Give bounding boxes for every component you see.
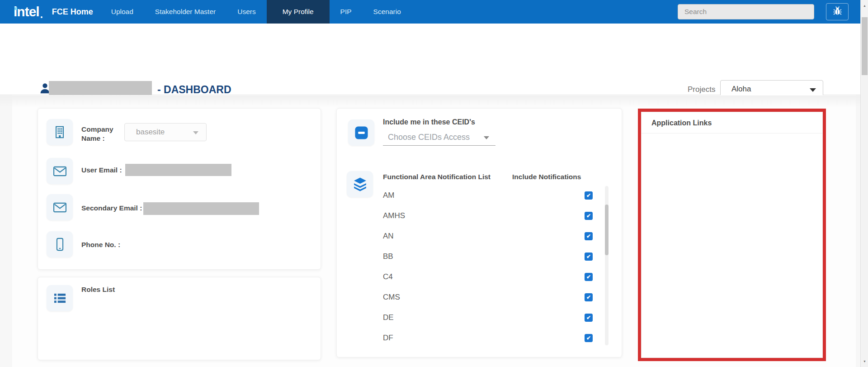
building-icon: [47, 119, 73, 145]
list-item: DF ✔: [383, 328, 593, 348]
ceid-access-dropdown[interactable]: Choose CEIDs Access: [383, 129, 495, 146]
include-notification-checkbox[interactable]: ✔: [585, 253, 593, 261]
browser-scrollbar-thumb[interactable]: [862, 17, 868, 75]
list-item-label: AMHS: [383, 211, 405, 220]
list-item-label: DF: [383, 334, 393, 343]
chevron-down-icon: [193, 131, 198, 134]
list-item: AN ✔: [383, 226, 593, 246]
list-icon: [47, 285, 73, 311]
company-selected-value: basesite: [136, 128, 165, 137]
chevron-down-icon: [484, 136, 489, 139]
browser-scrollbar[interactable]: ▲ ▼: [860, 0, 868, 367]
include-notification-checkbox[interactable]: ✔: [585, 314, 593, 322]
nav-tab-pip[interactable]: PIP: [330, 0, 363, 24]
checkbox-minus-icon: [348, 119, 374, 146]
top-navbar: intel FCE Home Upload Stakeholder Master…: [0, 0, 860, 24]
check-icon: ✔: [586, 274, 591, 280]
user-email-label: User Email :: [81, 166, 122, 175]
phone-label: Phone No. :: [81, 240, 120, 249]
functional-area-list-header: Functional Area Notification List: [383, 173, 491, 181]
mobile-phone-icon: [47, 231, 73, 257]
application-links-panel: Application Links: [641, 112, 823, 358]
list-item: DE ✔: [383, 307, 593, 328]
layers-icon: [347, 171, 373, 197]
check-icon: ✔: [586, 295, 591, 300]
company-name-dropdown[interactable]: basesite: [124, 123, 207, 141]
roles-list-card: [38, 277, 321, 360]
brand-fce-home[interactable]: FCE Home: [52, 7, 93, 17]
list-item-label: BB: [383, 252, 393, 261]
list-item-label: AM: [383, 191, 395, 200]
nav-tab-my-profile[interactable]: My Profile: [267, 0, 330, 24]
ceid-title: Include me in these CEID's: [383, 118, 475, 126]
intel-logo-dot: [14, 7, 17, 10]
include-notification-checkbox[interactable]: ✔: [585, 212, 593, 220]
check-icon: ✔: [586, 213, 591, 219]
check-icon: ✔: [586, 315, 591, 320]
report-bug-button[interactable]: [826, 3, 849, 20]
check-icon: ✔: [586, 234, 591, 239]
list-item: AM ✔: [383, 185, 593, 205]
list-item-label: AN: [383, 232, 394, 241]
check-icon: ✔: [586, 193, 591, 198]
scroll-down-arrow-icon[interactable]: ▼: [861, 357, 868, 365]
list-item: BB ✔: [383, 246, 593, 267]
nav-tabs: Upload Stakeholder Master Users My Profi…: [100, 0, 412, 24]
ceid-select-placeholder: Choose CEIDs Access: [388, 133, 470, 142]
list-item-label: C4: [383, 272, 393, 281]
nav-tab-stakeholder-master[interactable]: Stakeholder Master: [144, 0, 226, 24]
intel-logo-text: intel: [14, 4, 39, 19]
secondary-email-label: Secondary Email :: [81, 204, 142, 213]
envelope-icon: [47, 158, 73, 184]
intel-logo: intel: [14, 5, 39, 19]
include-notification-checkbox[interactable]: ✔: [585, 191, 593, 200]
include-notification-checkbox[interactable]: ✔: [585, 293, 593, 301]
check-icon: ✔: [586, 254, 591, 259]
list-item: AMHS ✔: [383, 205, 593, 226]
company-name-label: Company Name :: [81, 125, 127, 143]
redacted-user-email: [125, 164, 231, 176]
projects-selected-value: Aloha: [731, 85, 751, 94]
my-profile-page: intel FCE Home Upload Stakeholder Master…: [0, 0, 868, 367]
list-scrollbar-thumb[interactable]: [605, 205, 609, 255]
list-item-label: DE: [383, 313, 394, 322]
redacted-secondary-email: [143, 202, 259, 215]
list-item: CMS ✔: [383, 287, 593, 307]
include-notification-checkbox[interactable]: ✔: [585, 273, 593, 281]
roles-list-title: Roles List: [81, 285, 115, 294]
page-header: - DASHBOARD Projects Aloha: [0, 24, 860, 95]
scroll-up-arrow-icon[interactable]: ▲: [861, 2, 868, 10]
application-links-title: Application Links: [642, 112, 822, 133]
list-item-label: CMS: [383, 293, 400, 302]
notification-list: AM ✔ AMHS ✔ AN ✔ BB ✔ C4 ✔ CMS ✔ DE: [383, 185, 593, 348]
nav-tab-scenario[interactable]: Scenario: [363, 0, 412, 24]
nav-tab-upload[interactable]: Upload: [100, 0, 144, 24]
bug-icon: [832, 6, 843, 18]
include-notification-checkbox[interactable]: ✔: [585, 334, 593, 342]
check-icon: ✔: [586, 335, 591, 341]
include-notification-checkbox[interactable]: ✔: [585, 232, 593, 240]
list-item: C4 ✔: [383, 267, 593, 287]
include-notifications-header: Include Notifications: [512, 173, 581, 181]
search-input[interactable]: [678, 4, 814, 19]
nav-tab-users[interactable]: Users: [226, 0, 266, 24]
intel-logo-trademark-dot: [41, 16, 42, 18]
envelope-icon: [47, 194, 73, 220]
chevron-down-icon: [810, 88, 816, 92]
